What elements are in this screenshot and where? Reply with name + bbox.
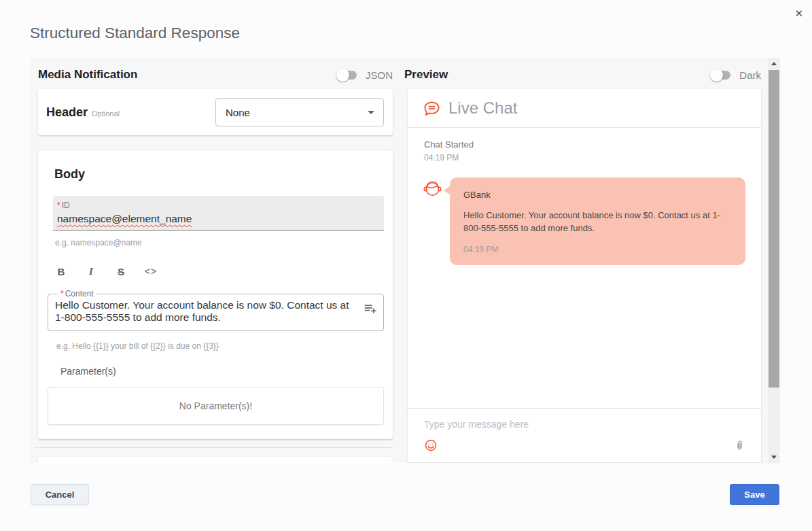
chat-started-label: Chat Started (424, 139, 761, 150)
id-required-marker: * (57, 201, 60, 210)
json-toggle-knob (336, 69, 349, 82)
emoji-icon[interactable] (424, 439, 438, 452)
content-field-label: Content (65, 289, 94, 298)
chat-message-time: 04:19 PM (463, 245, 732, 254)
close-icon[interactable]: ✕ (794, 8, 803, 18)
body-card-title: Body (54, 167, 85, 182)
parameters-label: Parameter(s) (60, 366, 116, 377)
id-field-hint: e.g. namespace@name (55, 238, 142, 247)
cancel-button[interactable]: Cancel (31, 484, 89, 505)
id-field-label: ID (62, 201, 70, 210)
dark-toggle[interactable] (712, 71, 730, 80)
chat-composer (408, 408, 761, 462)
chat-message-input[interactable] (424, 419, 745, 430)
content-required-marker: * (60, 289, 64, 298)
json-toggle-label: JSON (366, 69, 393, 81)
strikethrough-icon[interactable]: S (113, 263, 129, 279)
editor-panel-header: Media Notification JSON (38, 66, 393, 84)
parameters-empty-state: No Parameter(s)! (48, 387, 384, 425)
code-icon[interactable]: <> (143, 263, 159, 279)
chat-status: Chat Started 04:19 PM (424, 139, 761, 162)
save-button[interactable]: Save (730, 484, 779, 505)
dark-toggle-knob (710, 69, 723, 82)
chevron-down-icon (368, 111, 374, 114)
chat-header: Live Chat (408, 89, 761, 128)
agent-avatar-icon (422, 177, 443, 200)
bold-icon[interactable]: B (53, 263, 69, 279)
json-toggle[interactable] (338, 71, 357, 80)
preview-panel-header: Preview Dark (404, 66, 761, 84)
content-field-value[interactable]: Hello Customer. Your account balance is … (55, 299, 359, 324)
scrollbar-thumb[interactable] (769, 70, 779, 388)
editor-panel-title: Media Notification (38, 68, 137, 82)
chat-started-time: 04:19 PM (424, 153, 761, 162)
header-type-select[interactable]: None (215, 98, 384, 126)
header-card-title: Header (46, 105, 88, 120)
chat-sender: GBank (463, 190, 732, 200)
chat-title: Live Chat (448, 99, 517, 118)
header-card: Header Optional None (38, 89, 393, 135)
dialog-body: Media Notification JSON Header Optional … (30, 58, 768, 463)
chat-bubble: GBank Hello Customer. Your account balan… (450, 177, 745, 265)
vertical-scrollbar (768, 58, 780, 463)
parameters-empty-text: No Parameter(s)! (179, 400, 252, 411)
scroll-down-arrow-icon[interactable] (768, 451, 780, 463)
content-field[interactable]: *Content Hello Customer. Your account ba… (48, 289, 384, 331)
header-type-selected-value: None (226, 107, 250, 118)
dialog-title: Structured Standard Response (30, 24, 240, 42)
attach-file-icon[interactable] (735, 439, 745, 451)
section-divider (34, 447, 393, 448)
dark-toggle-label: Dark (739, 69, 761, 81)
insert-parameter-icon[interactable] (363, 301, 378, 315)
chat-message-text: Hello Customer. Your account balance is … (463, 209, 732, 235)
preview-panel-title: Preview (404, 68, 448, 82)
id-field[interactable]: *ID namespace@element_name (53, 196, 384, 230)
id-field-value[interactable]: namespace@element_name (57, 213, 192, 225)
scroll-up-arrow-icon[interactable] (768, 58, 780, 69)
chat-message-row: GBank Hello Customer. Your account balan… (422, 177, 761, 265)
next-section-card (38, 457, 393, 463)
italic-icon[interactable]: I (83, 263, 99, 279)
header-optional-badge: Optional (92, 109, 120, 118)
chat-preview-widget: Live Chat Chat Started 04:19 PM GBank He… (408, 89, 761, 462)
body-card: Body *ID namespace@element_name e.g. nam… (38, 151, 393, 439)
live-chat-icon (423, 99, 441, 118)
format-toolbar: B I S <> (53, 263, 173, 279)
content-field-hint: e.g. Hello {{1}} your bill of {{2}} is d… (56, 341, 219, 351)
